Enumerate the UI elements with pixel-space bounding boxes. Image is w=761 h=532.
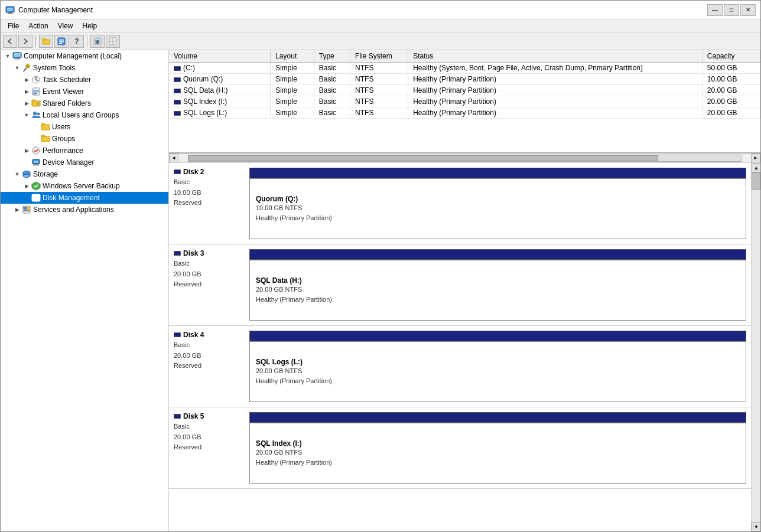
sidebar-item-users[interactable]: Users xyxy=(1,121,168,133)
disk-area: Disk 2 Basic10.00 GBReserved Quorum (Q:)… xyxy=(169,163,760,531)
scroll-track[interactable] xyxy=(188,155,742,162)
scroll-thumb[interactable] xyxy=(188,155,658,161)
disk-visual-disk4: SQL Logs (L:) 20.00 GB NTFSHealthy (Prim… xyxy=(249,331,746,402)
menu-action[interactable]: Action xyxy=(24,21,53,31)
sidebar-item-disk-management[interactable]: Disk Management xyxy=(1,192,168,204)
disk-partition-box-disk5[interactable]: SQL Index (I:) 20.00 GB NTFSHealthy (Pri… xyxy=(249,423,746,484)
svg-rect-1 xyxy=(7,8,13,11)
menu-help[interactable]: Help xyxy=(78,21,102,31)
cell-filesystem: NTFS xyxy=(350,96,408,107)
cell-volume: SQL Data (H:) xyxy=(169,85,271,96)
cell-layout: Simple xyxy=(271,63,314,74)
cell-filesystem: NTFS xyxy=(350,107,408,119)
performance-icon xyxy=(31,146,41,155)
cell-type: Basic xyxy=(314,63,350,74)
export-button[interactable]: ▦ xyxy=(90,35,105,48)
disk-info-disk3: Disk 3 Basic20.00 GBReserved xyxy=(174,249,245,321)
partition-name-disk4: SQL Logs (L:) xyxy=(256,358,740,366)
table-row[interactable]: SQL Index (I:) Simple Basic NTFS Healthy… xyxy=(169,96,760,107)
cell-volume: (C:) xyxy=(169,63,271,74)
partition-name-disk2: Quorum (Q:) xyxy=(256,195,740,203)
expand-task-scheduler[interactable]: ▶ xyxy=(22,75,31,84)
disk-info-disk2: Disk 2 Basic10.00 GBReserved xyxy=(174,168,245,239)
horizontal-scrollbar[interactable]: ◄ ► xyxy=(169,154,760,163)
cell-capacity: 50.00 GB xyxy=(702,63,760,74)
help-button[interactable]: ? xyxy=(70,35,84,48)
cell-capacity: 10.00 GB xyxy=(702,74,760,85)
cell-volume: Quorum (Q:) xyxy=(169,74,271,85)
svg-rect-17 xyxy=(14,53,21,57)
cell-volume: SQL Logs (L:) xyxy=(169,107,271,119)
sidebar-item-performance[interactable]: ▶ Performance xyxy=(1,145,168,156)
toolbar-separator-1 xyxy=(35,35,36,47)
disk-meta-disk5: Basic20.00 GBReserved xyxy=(174,422,245,453)
disk-icon-disk3 xyxy=(174,251,181,256)
svg-rect-3 xyxy=(7,14,13,14)
scroll-right-btn[interactable]: ► xyxy=(751,154,760,163)
back-button[interactable] xyxy=(3,35,17,48)
expand-event-viewer[interactable]: ▶ xyxy=(22,87,31,96)
disk-visual-disk2: Quorum (Q:) 10.00 GB NTFSHealthy (Primar… xyxy=(249,168,746,239)
menu-file[interactable]: File xyxy=(3,21,24,31)
svg-rect-48 xyxy=(32,198,36,201)
disk-row: Disk 4 Basic20.00 GBReserved SQL Logs (L… xyxy=(169,326,751,407)
expand-shared-folders[interactable]: ▶ xyxy=(22,99,31,108)
title-bar-title: Computer Management xyxy=(18,6,93,14)
table-row[interactable]: (C:) Simple Basic NTFS Healthy (System, … xyxy=(169,63,760,74)
expand-root[interactable]: ▼ xyxy=(3,51,12,61)
local-users-label: Local Users and Groups xyxy=(43,111,119,119)
forward-button[interactable] xyxy=(18,35,32,48)
maximize-button[interactable]: □ xyxy=(724,4,739,16)
col-capacity: Capacity xyxy=(702,50,760,63)
svg-rect-40 xyxy=(33,165,39,166)
expand-system-tools[interactable]: ▼ xyxy=(12,63,22,73)
title-bar-left: Computer Management xyxy=(5,5,93,15)
sidebar-item-storage[interactable]: ▼ Storage xyxy=(1,168,168,180)
volume-table: Volume Layout Type File System Status Ca… xyxy=(169,50,760,119)
sidebar-item-groups[interactable]: Groups xyxy=(1,133,168,145)
disk-row: Disk 2 Basic10.00 GBReserved Quorum (Q:)… xyxy=(169,163,751,244)
cell-status: Healthy (System, Boot, Page File, Active… xyxy=(408,63,703,74)
disk-partition-box-disk3[interactable]: SQL Data (H:) 20.00 GB NTFSHealthy (Prim… xyxy=(249,260,746,321)
table-row[interactable]: SQL Data (H:) Simple Basic NTFS Healthy … xyxy=(169,85,760,96)
sidebar-item-windows-backup[interactable]: ▶ Windows Server Backup xyxy=(1,180,168,192)
sidebar-item-services-apps[interactable]: ▶ Services and Applications xyxy=(1,204,168,216)
scroll-left-btn[interactable]: ◄ xyxy=(169,154,178,163)
disk-meta-disk4: Basic20.00 GBReserved xyxy=(174,340,245,371)
svg-rect-49 xyxy=(37,198,40,201)
scroll-down-btn[interactable]: ▼ xyxy=(752,522,760,531)
expand-local-users[interactable]: ▼ xyxy=(22,110,31,120)
scroll-up-btn[interactable]: ▲ xyxy=(752,163,760,172)
minimize-button[interactable]: — xyxy=(707,4,723,16)
view-button[interactable] xyxy=(106,35,120,48)
disk-management-label: Disk Management xyxy=(43,194,100,202)
expand-storage[interactable]: ▼ xyxy=(12,169,22,179)
disk-partition-box-disk4[interactable]: SQL Logs (L:) 20.00 GB NTFSHealthy (Prim… xyxy=(249,341,746,402)
svg-point-43 xyxy=(23,175,30,178)
disk-partition-box-disk2[interactable]: Quorum (Q:) 10.00 GB NTFSHealthy (Primar… xyxy=(249,178,746,239)
table-row[interactable]: Quorum (Q:) Simple Basic NTFS Healthy (P… xyxy=(169,74,760,85)
browse-button[interactable] xyxy=(39,35,53,48)
scroll-thumb-v[interactable] xyxy=(752,172,760,190)
sidebar-item-device-manager[interactable]: Device Manager xyxy=(1,156,168,168)
scroll-track-v[interactable] xyxy=(752,172,760,522)
expand-services[interactable]: ▶ xyxy=(12,205,22,214)
sidebar-item-event-viewer[interactable]: ▶ Event Viewer xyxy=(1,86,168,97)
properties-button[interactable] xyxy=(54,35,69,48)
expand-windows-backup[interactable]: ▶ xyxy=(22,181,31,191)
cell-capacity: 20.00 GB xyxy=(702,96,760,107)
sidebar-item-shared-folders[interactable]: ▶ Shared Folders xyxy=(1,97,168,109)
sidebar-item-task-scheduler[interactable]: ▶ Task Scheduler xyxy=(1,74,168,86)
cell-type: Basic xyxy=(314,85,350,96)
menu-view[interactable]: View xyxy=(53,21,78,31)
cell-capacity: 20.00 GB xyxy=(702,107,760,119)
main-window: Computer Management — □ ✕ File Action Vi… xyxy=(0,0,761,532)
close-button[interactable]: ✕ xyxy=(740,4,756,16)
table-row[interactable]: SQL Logs (L:) Simple Basic NTFS Healthy … xyxy=(169,107,760,119)
event-viewer-icon xyxy=(31,87,41,96)
cell-status: Healthy (Primary Partition) xyxy=(408,85,703,96)
sidebar-item-local-users-groups[interactable]: ▼ Local Users and Groups xyxy=(1,109,168,121)
sidebar-item-root[interactable]: ▼ Computer Management (Local) xyxy=(1,50,168,62)
expand-performance[interactable]: ▶ xyxy=(22,146,31,155)
sidebar-item-system-tools[interactable]: ▼ System Tools xyxy=(1,62,168,74)
